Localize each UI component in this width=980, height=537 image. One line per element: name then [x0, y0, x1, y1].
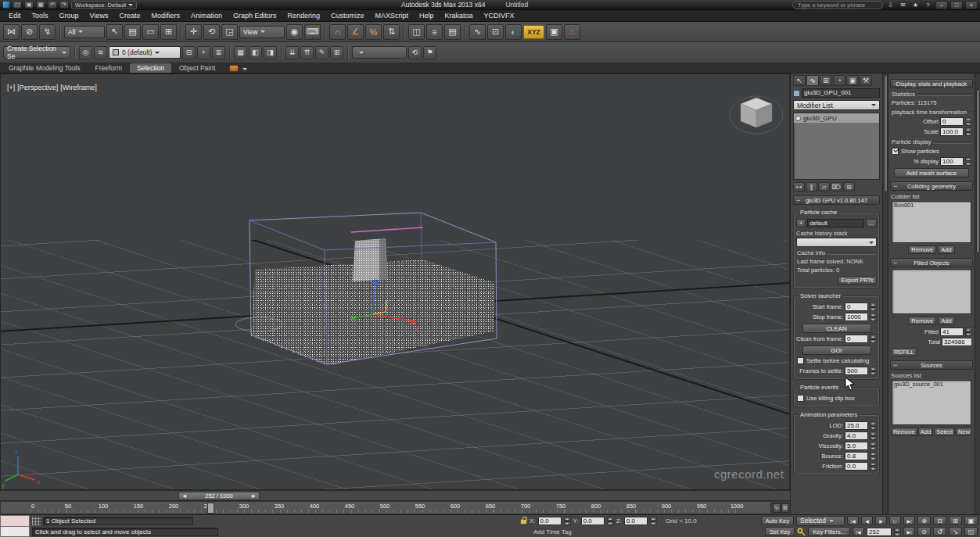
snaps-toggle-icon[interactable]: ∩: [329, 24, 346, 40]
tab-object-paint[interactable]: Object Paint: [172, 63, 222, 73]
communication-center-icon[interactable]: ✉: [898, 1, 908, 9]
move-down-icon[interactable]: ⇊: [285, 46, 299, 59]
tab-freeform[interactable]: Freeform: [88, 63, 129, 73]
filled-count-spinner[interactable]: [965, 328, 972, 336]
modifier-enabled-icon[interactable]: [795, 116, 801, 121]
move-up-icon[interactable]: ⇈: [300, 46, 314, 59]
workspace-dropdown[interactable]: Workspace: Default: [71, 1, 137, 9]
select-object-icon[interactable]: ↖: [106, 24, 123, 40]
select-and-rotate-icon[interactable]: ⟲: [203, 24, 220, 40]
cache-name-field[interactable]: default: [807, 219, 863, 227]
rollout-display-stats-playback[interactable]: − Display, stats and playback: [890, 79, 973, 88]
sources-listbox[interactable]: glu3D_source_001: [892, 380, 971, 425]
application-menu-icon[interactable]: [2, 1, 10, 9]
command-panel-scrollbar[interactable]: [882, 73, 888, 514]
make-unique-icon[interactable]: ▱: [818, 182, 830, 192]
render-production-icon[interactable]: ♨: [564, 24, 580, 40]
zoom-icon[interactable]: ⊕: [917, 516, 931, 525]
percent-display-field[interactable]: 100: [940, 157, 964, 166]
xyz-script-button[interactable]: XYZ: [523, 25, 544, 39]
configure-modifier-sets-icon[interactable]: ⊞: [843, 182, 855, 192]
filled-count-field[interactable]: 41: [940, 328, 964, 336]
add-cache-button[interactable]: +: [796, 219, 806, 227]
active-layer-dropdown[interactable]: 0 (default): [109, 46, 181, 59]
frames-to-settle-spinner[interactable]: [870, 367, 877, 375]
freeze-layer-icon[interactable]: ◨: [264, 46, 277, 59]
isolate-selection-icon[interactable]: ◎: [79, 46, 92, 59]
menu-customize[interactable]: Customize: [325, 10, 370, 21]
ribbon-tool-icon[interactable]: [229, 65, 239, 72]
viewport-menu-plus[interactable]: [+]: [7, 84, 15, 91]
scale-spinner[interactable]: [965, 127, 972, 136]
stop-frame-field[interactable]: 1000: [845, 313, 868, 321]
go-to-start-icon[interactable]: |◀: [847, 516, 859, 525]
rollout-sources[interactable]: − Sources: [890, 360, 973, 370]
layer-list-icon[interactable]: ≣: [212, 46, 225, 59]
create-layer-icon[interactable]: +: [197, 46, 210, 59]
rollout-colliding-geometry[interactable]: − Colliding geometry: [890, 181, 973, 191]
sign-in-icon[interactable]: ⇩: [885, 1, 896, 9]
friction-spinner[interactable]: [870, 462, 877, 471]
new-scene-icon[interactable]: ▢: [13, 1, 22, 9]
perspective-viewport[interactable]: x y z z x y [+] [Perspective] [Wireframe…: [0, 73, 790, 490]
go-button[interactable]: GO!: [802, 345, 871, 355]
settle-before-calculating-checkbox[interactable]: [797, 357, 804, 364]
render-setup-icon[interactable]: ▣: [546, 24, 562, 40]
current-frame-spinner[interactable]: [894, 528, 901, 536]
pin-stack-icon[interactable]: ⊶: [793, 182, 805, 192]
percent-display-spinner[interactable]: [965, 157, 972, 166]
menu-create[interactable]: Create: [113, 10, 145, 21]
y-coordinate-spinner[interactable]: [607, 517, 614, 525]
filled-remove-button[interactable]: Remove: [908, 317, 936, 325]
hide-layer-icon[interactable]: ◧: [249, 46, 262, 59]
mirror-icon[interactable]: ◫: [408, 24, 425, 40]
stop-frame-spinner[interactable]: [870, 313, 877, 321]
clean-button[interactable]: CLEAN: [802, 324, 871, 333]
timeline-ruler[interactable]: 0501001502002503003504004505005506006507…: [0, 501, 771, 514]
flag-icon[interactable]: ⚑: [423, 46, 436, 59]
orbit-icon[interactable]: ↺: [933, 527, 946, 536]
tab-selection[interactable]: Selection: [130, 63, 171, 73]
go-to-end-icon[interactable]: ▶|: [903, 516, 915, 525]
grid-snap-icon[interactable]: ⊞: [330, 46, 343, 59]
collider-listbox[interactable]: Box001: [892, 201, 971, 243]
collider-remove-button[interactable]: Remove: [908, 245, 936, 254]
menu-edit[interactable]: Edit: [3, 10, 27, 21]
tab-motion[interactable]: ◔: [833, 75, 845, 86]
menu-tools[interactable]: Tools: [27, 10, 54, 21]
next-frame-icon[interactable]: ▷: [889, 516, 901, 525]
dolly-icon[interactable]: ↘: [949, 527, 962, 536]
menu-views[interactable]: Views: [84, 10, 114, 21]
viscosity-field[interactable]: 5.0: [845, 442, 868, 450]
x-coordinate-field[interactable]: 0.0: [538, 517, 562, 525]
source-remove-button[interactable]: Remove: [891, 428, 917, 436]
tab-modify[interactable]: ∿: [806, 75, 819, 86]
filled-add-button[interactable]: Add: [938, 317, 954, 325]
ribbon-dropdown-icon[interactable]: [242, 68, 247, 70]
zoom-extents-icon[interactable]: ⊞: [949, 516, 962, 525]
modifier-list-dropdown[interactable]: Modifier List: [793, 100, 880, 110]
scrollbar-thumb[interactable]: [884, 75, 888, 192]
tab-graphite-modeling-tools[interactable]: Graphite Modeling Tools: [2, 63, 88, 73]
maximize-button[interactable]: □: [950, 1, 963, 9]
show-particles-checkbox[interactable]: [892, 148, 899, 155]
browse-cache-button[interactable]: ...: [866, 219, 877, 227]
schematic-view-icon[interactable]: ⊡: [487, 24, 504, 40]
time-slider-prev-icon[interactable]: ◄: [181, 492, 187, 499]
start-frame-spinner[interactable]: [870, 303, 877, 311]
align-icon[interactable]: ≡: [426, 24, 443, 40]
auto-key-button[interactable]: Auto Key: [761, 516, 794, 525]
use-pivot-point-icon[interactable]: ◉: [286, 24, 303, 40]
undo-icon[interactable]: ↶: [48, 1, 57, 9]
previous-frame-icon[interactable]: ◀: [861, 516, 873, 525]
collider-add-button[interactable]: Add: [938, 245, 954, 254]
viewport-shading-label[interactable]: [Wireframe]: [60, 84, 97, 91]
mini-curve-editor-icon[interactable]: ∿: [773, 503, 781, 513]
reference-coordinate-dropdown[interactable]: View: [239, 26, 285, 38]
play-animation-icon[interactable]: ▶: [875, 516, 887, 525]
menu-help[interactable]: Help: [414, 10, 440, 21]
bounce-field[interactable]: 0.8: [845, 452, 868, 460]
menu-krakatoa[interactable]: Krakatoa: [440, 10, 479, 21]
selection-set-key-dropdown[interactable]: Selected: [796, 516, 845, 526]
select-and-link-icon[interactable]: ⋈: [3, 24, 20, 40]
